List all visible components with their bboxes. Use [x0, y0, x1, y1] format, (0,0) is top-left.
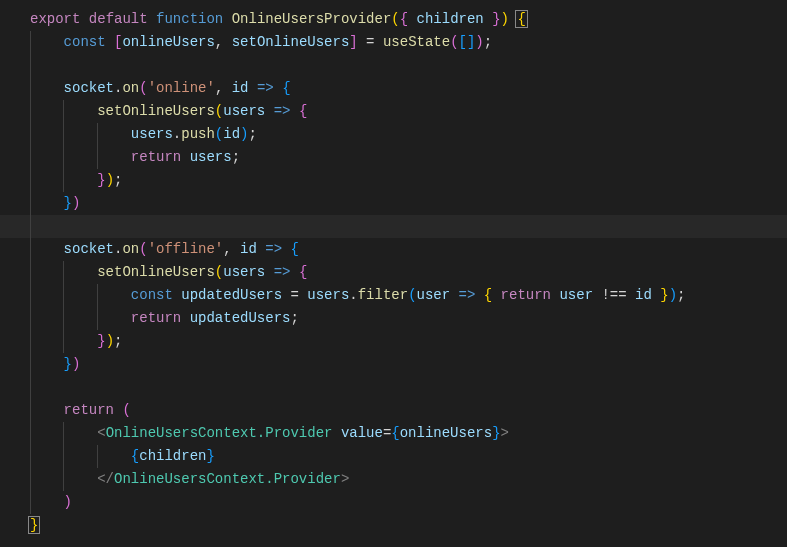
code-line[interactable]: return users;	[0, 146, 787, 169]
code-line[interactable]	[0, 376, 787, 399]
parameter: users	[223, 103, 265, 119]
code-line[interactable]: return updatedUsers;	[0, 307, 787, 330]
variable: socket	[64, 80, 114, 96]
variable: setOnlineUsers	[232, 34, 350, 50]
keyword: function	[156, 11, 223, 27]
code-line[interactable]	[0, 54, 787, 77]
function-call: setOnlineUsers	[97, 264, 215, 280]
keyword: return	[501, 287, 551, 303]
function-call: setOnlineUsers	[97, 103, 215, 119]
keyword: const	[131, 287, 173, 303]
code-line[interactable]: socket.on('online', id => {	[0, 77, 787, 100]
jsx-tag: OnlineUsersContext.Provider	[106, 425, 333, 441]
code-line[interactable]: })	[0, 192, 787, 215]
code-line[interactable]: })	[0, 353, 787, 376]
variable: onlineUsers	[122, 34, 214, 50]
string: 'online'	[148, 80, 215, 96]
function-name: OnlineUsersProvider	[232, 11, 392, 27]
method: push	[181, 126, 215, 142]
variable: updatedUsers	[190, 310, 291, 326]
variable: id	[223, 126, 240, 142]
code-line[interactable]: });	[0, 330, 787, 353]
keyword: return	[131, 149, 181, 165]
variable: socket	[64, 241, 114, 257]
parameter: id	[232, 80, 249, 96]
variable: user	[559, 287, 593, 303]
variable: onlineUsers	[400, 425, 492, 441]
code-line[interactable]: <OnlineUsersContext.Provider value={onli…	[0, 422, 787, 445]
parameter: users	[223, 264, 265, 280]
variable: children	[139, 448, 206, 464]
jsx-attr: value	[341, 425, 383, 441]
code-line[interactable]: users.push(id);	[0, 123, 787, 146]
code-line[interactable]: export default function OnlineUsersProvi…	[0, 8, 787, 31]
code-line[interactable]: }	[0, 514, 787, 537]
code-line[interactable]: setOnlineUsers(users => {	[0, 261, 787, 284]
code-editor[interactable]: export default function OnlineUsersProvi…	[0, 0, 787, 537]
bracket-match: }	[28, 516, 40, 534]
parameter: id	[240, 241, 257, 257]
parameter: children	[417, 11, 484, 27]
variable: users	[307, 287, 349, 303]
variable: users	[131, 126, 173, 142]
bracket-match: {	[515, 10, 527, 28]
code-line[interactable]: setOnlineUsers(users => {	[0, 100, 787, 123]
method: on	[122, 80, 139, 96]
keyword: default	[89, 11, 148, 27]
code-line[interactable]: socket.on('offline', id => {	[0, 238, 787, 261]
operator: !==	[601, 287, 626, 303]
variable: id	[635, 287, 652, 303]
keyword: return	[64, 402, 114, 418]
code-line[interactable]: const [onlineUsers, setOnlineUsers] = us…	[0, 31, 787, 54]
code-line[interactable]: return (	[0, 399, 787, 422]
method: on	[122, 241, 139, 257]
keyword: return	[131, 310, 181, 326]
keyword: const	[64, 34, 106, 50]
method: filter	[358, 287, 408, 303]
code-line[interactable]: </OnlineUsersContext.Provider>	[0, 468, 787, 491]
keyword: export	[30, 11, 80, 27]
variable: users	[190, 149, 232, 165]
code-line[interactable]: const updatedUsers = users.filter(user =…	[0, 284, 787, 307]
function-call: useState	[383, 34, 450, 50]
code-line[interactable]: });	[0, 169, 787, 192]
parameter: user	[417, 287, 451, 303]
code-line[interactable]: )	[0, 491, 787, 514]
variable: updatedUsers	[181, 287, 282, 303]
jsx-tag: OnlineUsersContext.Provider	[114, 471, 341, 487]
string: 'offline'	[148, 241, 224, 257]
code-line[interactable]	[0, 215, 787, 238]
code-line[interactable]: {children}	[0, 445, 787, 468]
